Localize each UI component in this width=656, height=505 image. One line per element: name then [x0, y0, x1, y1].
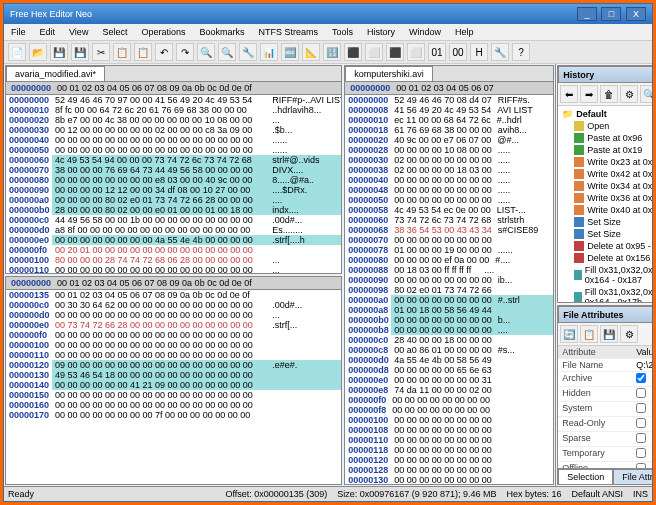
toolbar-button-1[interactable]: 📂	[29, 43, 47, 61]
menu-view[interactable]: View	[66, 26, 91, 38]
history-item[interactable]: Write 0x40 at 0x17b	[560, 204, 652, 216]
history-item[interactable]: Fill 0x31,0x32,0x33 at 0x164 - 0x187	[560, 264, 652, 286]
history-toolbar-3[interactable]: ⚙	[620, 85, 638, 103]
attr-checkbox-read-only[interactable]	[636, 418, 646, 428]
menu-history[interactable]: History	[364, 26, 398, 38]
history-item-icon	[574, 205, 584, 215]
menu-file[interactable]: File	[8, 26, 29, 38]
history-item-icon	[574, 121, 584, 131]
history-item[interactable]: Set Size	[560, 228, 652, 240]
history-item[interactable]: Write 0x36 at 0x17a	[560, 192, 652, 204]
toolbar-button-11[interactable]: 🔧	[239, 43, 257, 61]
attrs-toolbar-2[interactable]: 💾	[600, 325, 618, 343]
toolbar-button-2[interactable]: 💾	[50, 43, 68, 61]
toolbar-button-19[interactable]: ⬜	[407, 43, 425, 61]
history-item[interactable]: Fill 0x31,0x32,0x33 at 0x164 - 0x17b	[560, 286, 652, 302]
menu-edit[interactable]: Edit	[37, 26, 59, 38]
history-item-label: Delete at 0x156	[587, 253, 650, 263]
toolbar-button-24[interactable]: ?	[512, 43, 530, 61]
toolbar-button-16[interactable]: ⬛	[344, 43, 362, 61]
history-toolbar-4[interactable]: 🔍	[640, 85, 652, 103]
tab-selection[interactable]: Selection	[558, 469, 613, 484]
history-item-label: Set Size	[587, 229, 621, 239]
history-toolbar-1[interactable]: ➡	[580, 85, 598, 103]
history-title: History	[563, 70, 594, 80]
history-root[interactable]: 📁 Default	[560, 108, 652, 120]
history-item[interactable]: Delete at 0x156	[560, 252, 652, 264]
close-button[interactable]: X	[626, 7, 646, 21]
menu-ntfs-streams[interactable]: NTFS Streams	[255, 26, 321, 38]
toolbar-button-7[interactable]: ↶	[155, 43, 173, 61]
menu-help[interactable]: Help	[452, 26, 477, 38]
history-item[interactable]: Write 0x42 at 0x179	[560, 168, 652, 180]
history-item-icon	[574, 270, 582, 280]
toolbar-button-5[interactable]: 📋	[113, 43, 131, 61]
toolbar-button-22[interactable]: H	[470, 43, 488, 61]
toolbar-button-15[interactable]: 🔢	[323, 43, 341, 61]
menu-bookmarks[interactable]: Bookmarks	[196, 26, 247, 38]
attrs-toolbar-0[interactable]: 🔄	[560, 325, 578, 343]
attr-checkbox-system[interactable]	[636, 403, 646, 413]
attrs-grid: AttributeValueFile NameQ:\2\avaria_modif…	[558, 346, 652, 468]
history-item-icon	[574, 157, 584, 167]
tab-right-file[interactable]: komputershiki.avi	[345, 66, 433, 81]
maximize-button[interactable]: □	[601, 7, 621, 21]
toolbar-button-20[interactable]: 01	[428, 43, 446, 61]
hex-view-right[interactable]: 0000000052 49 46 46 70 08 d4 07RIFF#s.00…	[345, 95, 553, 484]
history-toolbar-2[interactable]: 🗑	[600, 85, 618, 103]
attrs-toolbar-3[interactable]: ⚙	[620, 325, 638, 343]
status-offset: Offset: 0x00000135 (309)	[225, 489, 327, 499]
toolbar-button-13[interactable]: 🔤	[281, 43, 299, 61]
history-item-label: Set Size	[587, 217, 621, 227]
toolbar-button-17[interactable]: ⬜	[365, 43, 383, 61]
toolbar-button-8[interactable]: ↷	[176, 43, 194, 61]
history-item-label: Write 0x42 at 0x179	[587, 169, 652, 179]
history-item[interactable]: Paste at 0x96	[560, 132, 652, 144]
hex-view-left-top[interactable]: 0000000052 49 46 46 70 97 00 00 41 56 49…	[6, 95, 341, 273]
toolbar-button-14[interactable]: 📐	[302, 43, 320, 61]
attr-checkbox-temporary[interactable]	[636, 448, 646, 458]
menu-tools[interactable]: Tools	[329, 26, 356, 38]
attr-checkbox-hidden[interactable]	[636, 388, 646, 398]
status-insert-mode: INS	[633, 489, 648, 499]
history-item-label: Write 0x40 at 0x17b	[587, 205, 652, 215]
history-toolbar-0[interactable]: ⬅	[560, 85, 578, 103]
menu-select[interactable]: Select	[99, 26, 130, 38]
toolbar-button-12[interactable]: 📊	[260, 43, 278, 61]
history-item[interactable]: Write 0x34 at 0x179	[560, 180, 652, 192]
history-item-icon	[574, 217, 584, 227]
status-encoding: Default ANSI	[571, 489, 623, 499]
attr-checkbox-sparse[interactable]	[636, 433, 646, 443]
toolbar-button-3[interactable]: 💾	[71, 43, 89, 61]
history-item-label: Open	[587, 121, 609, 131]
toolbar-button-23[interactable]: 🔧	[491, 43, 509, 61]
tab-file-attributes[interactable]: File Attributes	[613, 469, 652, 484]
attr-checkbox-archive[interactable]	[636, 373, 646, 383]
history-item[interactable]: Delete at 0x95 - 0xb7	[560, 240, 652, 252]
toolbar-button-18[interactable]: ⬛	[386, 43, 404, 61]
attr-row-file-name: File NameQ:\2\avaria_modified	[558, 359, 652, 372]
history-list[interactable]: 📁 DefaultOpenPaste at 0x96Paste at 0x19W…	[558, 106, 652, 302]
status-hexbytes: Hex bytes: 16	[506, 489, 561, 499]
attrs-toolbar-1[interactable]: 📋	[580, 325, 598, 343]
history-item-icon	[574, 253, 584, 263]
menu-window[interactable]: Window	[406, 26, 444, 38]
toolbar-button-0[interactable]: 📄	[8, 43, 26, 61]
toolbar-button-21[interactable]: 00	[449, 43, 467, 61]
toolbar-button-4[interactable]: ✂	[92, 43, 110, 61]
history-item-label: Fill 0x31,0x32,0x33 at 0x164 - 0x187	[585, 265, 652, 285]
history-item[interactable]: Set Size	[560, 216, 652, 228]
history-item[interactable]: Open	[560, 120, 652, 132]
hex-view-left-bottom[interactable]: 0000013500 01 02 03 04 05 06 07 08 09 0a…	[6, 290, 341, 484]
menubar: FileEditViewSelectOperationsBookmarksNTF…	[4, 24, 652, 41]
toolbar-button-9[interactable]: 🔍	[197, 43, 215, 61]
attr-row-system: System	[558, 402, 652, 417]
minimize-button[interactable]: _	[577, 7, 597, 21]
history-item[interactable]: Write 0x23 at 0x177	[560, 156, 652, 168]
menu-operations[interactable]: Operations	[138, 26, 188, 38]
attr-row-archive: Archive	[558, 372, 652, 387]
tab-left-file[interactable]: avaria_modified.avi*	[6, 66, 105, 81]
history-item[interactable]: Paste at 0x19	[560, 144, 652, 156]
toolbar-button-6[interactable]: 📋	[134, 43, 152, 61]
toolbar-button-10[interactable]: 🔍	[218, 43, 236, 61]
